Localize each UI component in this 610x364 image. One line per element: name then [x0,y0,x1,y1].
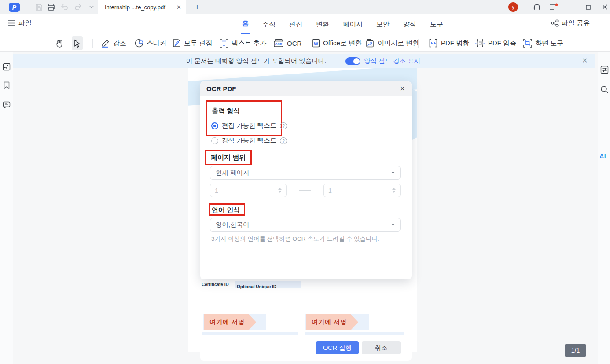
stepper-arrows-icon[interactable] [392,188,396,193]
tab-comment[interactable]: 주석 [261,15,276,34]
document-tab-title: Internship ...te_copy.pdf [105,4,172,11]
sign-here-stamp-hr[interactable]: 여기에 서명 [306,314,358,330]
form-highlight-toggle-label: 양식 필드 강조 표시 [364,57,420,65]
page-range-label: 페이지 범위 [211,154,246,162]
hand-icon [55,39,63,48]
select-tool-button[interactable] [72,36,83,50]
stepper-arrows-icon[interactable] [278,188,282,193]
output-format-label: 출력 형식 [212,107,240,115]
menu-notifications-icon[interactable] [549,3,558,11]
new-tab-icon[interactable]: + [193,3,202,11]
merge-icon [429,39,438,48]
highlight-label: 강조 [113,39,126,48]
add-text-icon [220,39,228,48]
svg-text:W: W [314,41,319,46]
hamburger-icon [8,20,15,26]
notification-close-icon[interactable]: ✕ [582,56,588,65]
undo-icon[interactable] [60,3,69,11]
ocr-dialog-close-icon[interactable]: ✕ [400,85,405,93]
merge-pdf-button[interactable]: PDF 병합 [427,36,471,50]
language-select[interactable]: 영어,한국어 [210,218,401,232]
history-dropdown-icon[interactable] [87,3,96,11]
file-share-label: 파일 공유 [562,19,590,27]
page-indicator-badge: 1/1 [565,344,586,357]
cancel-button[interactable]: 취소 [362,341,401,354]
convert-office-button[interactable]: W Office로 변환 [309,36,364,50]
help-icon[interactable]: ? [280,137,287,144]
screen-capture-icon [523,39,532,48]
convert-office-label: Office로 변환 [323,39,362,48]
svg-text:OCR: OCR [275,42,283,46]
document-tab[interactable]: Internship ...te_copy.pdf ✕ [98,0,186,14]
chevron-down-icon [391,172,395,174]
maximize-icon[interactable] [584,3,592,11]
ocr-icon: OCR [273,39,284,48]
tab-form[interactable]: 양식 [402,15,417,34]
ocr-run-button[interactable]: OCR 실행 [316,341,359,354]
support-headset-icon[interactable] [533,3,541,11]
help-icon[interactable]: ? [280,122,287,129]
tab-protect[interactable]: 보안 [375,15,390,34]
minimize-icon[interactable] [567,3,576,11]
print-icon[interactable] [47,3,55,11]
left-sidebar [0,52,13,364]
page-to-stepper[interactable]: 1 [323,184,401,197]
avatar[interactable]: y [508,2,518,12]
tab-page[interactable]: 페이지 [342,15,364,34]
ribbon-tabs: 홈 주석 편집 변환 페이지 보안 양식 도구 [241,15,444,34]
sticker-button[interactable]: 스티커 [133,36,168,50]
ocr-label: OCR [287,40,301,47]
page-range-select[interactable]: 현재 페이지 [210,166,401,180]
convert-image-label: 이미지로 변환 [378,39,419,48]
highlight-button[interactable]: 강조 [99,36,128,50]
certificate-id-label: Certificate ID [202,282,229,287]
search-icon[interactable] [600,85,609,94]
tab-home[interactable]: 홈 [241,15,250,34]
thumbnails-panel-icon[interactable] [2,63,11,71]
ai-assistant-button[interactable]: AI [599,152,606,160]
form-highlight-toggle[interactable] [345,57,360,65]
menu-row: 파일 63.66% 홈 주석 편집 변환 페이지 보안 양식 도구 파 [0,14,610,34]
titlebar: P Internship ...te_copy.pdf ✕ + y [0,0,610,14]
tab-edit[interactable]: 편집 [288,15,303,34]
screen-tools-button[interactable]: 화면 도구 [522,36,565,50]
sticker-icon [135,39,143,48]
file-menu-label: 파일 [18,19,32,27]
save-icon[interactable] [34,3,43,11]
compress-pdf-label: PDF 압축 [488,39,516,48]
form-notification-message: 이 문서는 대화형 양식 필드가 포함되어 있습니다. [186,57,326,65]
compress-pdf-button[interactable]: PDF 압축 [473,36,518,50]
office-w-icon: W [311,39,320,48]
form-notification-bar: 이 문서는 대화형 양식 필드가 포함되어 있습니다. 양식 필드 강조 표시 … [13,54,595,68]
bookmarks-panel-icon[interactable] [2,81,11,90]
comments-panel-icon[interactable] [2,100,11,109]
image-icon [365,39,375,48]
tab-close-icon[interactable]: ✕ [176,4,181,11]
tab-convert[interactable]: 변환 [315,15,330,34]
chevron-down-icon [391,224,395,226]
file-share-button[interactable]: 파일 공유 [551,19,590,27]
edit-all-button[interactable]: 모두 편집 [171,36,214,50]
properties-panel-icon[interactable] [600,65,609,74]
file-menu-button[interactable]: 파일 [8,19,32,27]
cursor-icon [73,39,81,48]
sticker-label: 스티커 [147,39,166,48]
hand-tool-button[interactable] [54,36,65,50]
tab-tool[interactable]: 도구 [429,15,444,34]
convert-image-button[interactable]: 이미지로 변환 [364,36,421,50]
edit-pencil-icon [173,39,181,48]
sign-here-stamp-supervisor[interactable]: 여기에 서명 [204,314,256,330]
redo-icon[interactable] [74,3,83,11]
certificate-id-field[interactable]: Optional Unique ID [235,281,301,288]
add-text-button[interactable]: 텍스트 추가 [218,36,268,50]
radio-searchable-text[interactable]: 검색 가능한 텍스트 ? [211,136,287,145]
close-window-icon[interactable] [600,3,609,11]
merge-pdf-label: PDF 병합 [441,39,469,48]
page-from-stepper[interactable]: 1 [210,184,287,197]
radio-editable-text[interactable]: 편집 가능한 텍스트 ? [211,121,287,130]
ocr-button[interactable]: OCR OCR [272,36,303,50]
range-dash [299,190,311,191]
add-text-label: 텍스트 추가 [232,39,266,48]
annotation-box-output-format [206,100,282,136]
right-sidebar: AI [598,52,610,364]
